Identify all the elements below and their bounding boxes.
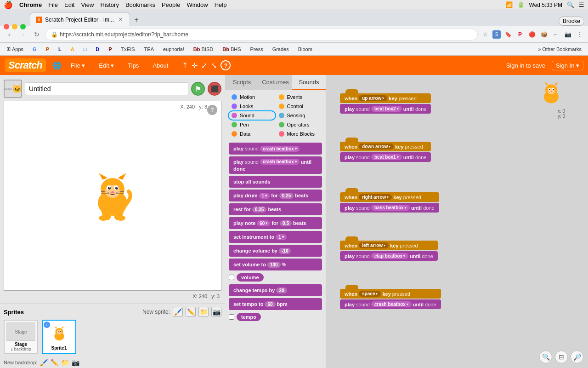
back-button[interactable]: ‹ <box>4 29 15 40</box>
bookmark-l[interactable]: L <box>56 46 64 53</box>
play-bass-beatbox-block[interactable]: play sound bass beatbox ▾ until done <box>340 203 439 213</box>
apple-menu[interactable]: 🍎 <box>4 0 13 9</box>
edit-menu[interactable]: Edit ▾ <box>94 60 119 71</box>
extension2-icon[interactable]: 📦 <box>539 30 548 39</box>
bookmark-grades[interactable]: Grades <box>270 46 292 53</box>
camera-backdrop-button[interactable]: 📷 <box>72 359 79 366</box>
menu-people[interactable]: People <box>162 1 180 8</box>
category-sensing[interactable]: Sensing <box>276 111 322 120</box>
drag-tool[interactable]: ✛ <box>192 61 198 70</box>
new-tab-button[interactable]: + <box>130 13 143 26</box>
bookmark-dropbox[interactable]: □ <box>81 46 90 53</box>
bookmark-amazon[interactable]: A <box>68 46 77 53</box>
play-sound-block[interactable]: play sound crash beatbox ▾ <box>229 143 322 155</box>
bookmark-bbbhs[interactable]: Bb BHS <box>220 46 243 53</box>
category-pen[interactable]: Pen <box>229 121 275 129</box>
menu-history[interactable]: History <box>100 1 119 8</box>
url-bar[interactable]: 🔒 https://scratch.mit.edu/projects/edito… <box>45 29 478 40</box>
rest-beats-input[interactable]: 0.25 <box>252 207 266 213</box>
play-beatbox1-block[interactable]: play sound beat box1 ▾ until done <box>340 152 431 162</box>
left-arrow-hat[interactable]: when left arrow ▾ key pressed <box>340 241 438 250</box>
camera-sprite-button[interactable]: 📷 <box>211 307 221 317</box>
set-volume-block[interactable]: set volume to 100 % <box>229 259 322 270</box>
rest-block[interactable]: rest for 0.25 beats <box>229 203 322 215</box>
more-bookmarks[interactable]: » Other Bookmarks <box>535 46 584 53</box>
menu-help[interactable]: Help <box>215 1 227 8</box>
bookmark-powerpoint[interactable]: P <box>43 46 52 53</box>
draw-backdrop-button[interactable]: ✏️ <box>51 359 58 366</box>
bookmark-apps[interactable]: ⊞ Apps <box>4 45 26 53</box>
bass-beatbox-dropdown[interactable]: bass beatbox ▾ <box>371 205 410 211</box>
menu-chrome[interactable]: Chrome <box>19 1 42 8</box>
play-clap-beatbox-block[interactable]: play sound clap beatbox ▾ until done <box>340 251 438 261</box>
file-menu[interactable]: File ▾ <box>66 60 90 71</box>
tempo-set-input[interactable]: 60 <box>265 301 275 307</box>
paint-sprite-button[interactable]: 🖌️ <box>173 307 183 317</box>
note-beats-input[interactable]: 0.5 <box>280 220 292 226</box>
crash-beatbox-dropdown[interactable]: crash beatbox ▾ <box>371 301 412 307</box>
bookmark-icon[interactable]: 🔖 <box>503 30 513 39</box>
bookmark-txeis[interactable]: TxEIS <box>119 46 138 53</box>
play-crash-beatbox-block[interactable]: play sound crash beatbox ▾ until done <box>340 299 441 309</box>
sprite1-thumbnail[interactable]: i <box>42 320 76 354</box>
volume-reporter-block[interactable]: volume <box>237 273 264 282</box>
zoom-in-button[interactable]: 🔍 <box>539 351 552 363</box>
set-tempo-block[interactable]: set tempo to 60 bpm <box>229 298 322 310</box>
minimize-window-button[interactable] <box>12 24 17 29</box>
clap-beatbox-dropdown[interactable]: clap beatbox ▾ <box>371 253 408 259</box>
play-drum-block[interactable]: play drum 1 ▾ for 0.25 beats <box>229 190 322 201</box>
grow-tool[interactable]: ⤢ <box>201 61 207 70</box>
instrument-input[interactable]: 1 ▾ <box>276 234 287 240</box>
tips-menu[interactable]: Tips <box>123 60 143 71</box>
bookmark-star-icon[interactable]: ☆ <box>481 30 490 39</box>
forward-button[interactable]: › <box>17 29 28 40</box>
camera-icon[interactable]: 📷 <box>563 30 572 39</box>
tab-scripts[interactable]: Scripts <box>225 75 259 90</box>
zoom-out-button[interactable]: 🔎 <box>571 351 583 363</box>
menu-window[interactable]: Window <box>187 1 208 8</box>
volume-change-input[interactable]: -10 <box>279 248 291 254</box>
green-flag-button[interactable]: ⚑ <box>191 82 205 96</box>
tab-costumes[interactable]: Costumes <box>259 75 292 90</box>
category-events[interactable]: Events <box>276 93 322 101</box>
beatbox1-dropdown[interactable]: beat box1 ▾ <box>371 154 402 160</box>
stop-button[interactable]: ⬛ <box>208 82 221 96</box>
pinterest-icon[interactable]: P <box>515 30 525 39</box>
scratch-extension-icon[interactable]: S <box>492 30 501 39</box>
project-name-input[interactable] <box>25 82 188 95</box>
back2-icon[interactable]: ← <box>551 30 560 39</box>
space-dropdown[interactable]: space ▾ <box>359 291 381 297</box>
category-data[interactable]: Data <box>229 130 275 138</box>
change-volume-block[interactable]: change volume by -10 <box>229 245 322 257</box>
set-instrument-block[interactable]: set instrument to 1 ▾ <box>229 231 322 243</box>
left-arrow-dropdown[interactable]: left arrow ▾ <box>359 242 389 248</box>
draw-sprite-button[interactable]: ✏️ <box>186 307 196 317</box>
menu-bookmarks[interactable]: Bookmarks <box>125 1 155 8</box>
note-input[interactable]: 60 ▾ <box>257 220 270 226</box>
play-beatbox2-block[interactable]: play sound beat box2 ▾ until done <box>340 104 431 114</box>
beatbox2-dropdown[interactable]: beat box2 ▾ <box>371 106 402 112</box>
category-motion[interactable]: Motion <box>229 93 275 101</box>
beats-input[interactable]: 0.25 <box>279 193 294 199</box>
tempo-change-input[interactable]: 20 <box>276 288 287 293</box>
volume-set-input[interactable]: 100 <box>267 262 281 268</box>
bookmark-p2[interactable]: P <box>106 46 114 53</box>
bookmark-google[interactable]: G <box>30 46 40 53</box>
category-operators[interactable]: Operators <box>276 121 322 129</box>
scratch-globe-icon[interactable]: 🌐 <box>52 61 62 70</box>
bookmark-tea[interactable]: TEA <box>141 46 157 53</box>
stage-help-button[interactable]: ? <box>207 105 217 115</box>
play-sound-until-done-block[interactable]: play sound crash beatbox ▾ until done <box>229 156 322 174</box>
extension1-icon[interactable]: 🔴 <box>527 30 537 39</box>
play-sound-until-input[interactable]: crash beatbox ▾ <box>260 159 300 165</box>
tempo-reporter-block[interactable]: tempo <box>237 313 261 321</box>
menu-view[interactable]: View <box>81 1 94 8</box>
chrome-menu-icon[interactable]: ⋮ <box>575 30 584 39</box>
category-sound[interactable]: Sound <box>229 111 275 120</box>
bookmark-d[interactable]: D <box>93 46 102 53</box>
stop-all-sounds-block[interactable]: stop all sounds <box>229 176 322 188</box>
play-sound-input[interactable]: crash beatbox ▾ <box>260 146 300 152</box>
up-arrow-dropdown[interactable]: up arrow ▾ <box>359 95 387 101</box>
search-icon[interactable]: 🔍 <box>567 1 574 8</box>
paint-backdrop-button[interactable]: 🖌️ <box>40 359 48 366</box>
